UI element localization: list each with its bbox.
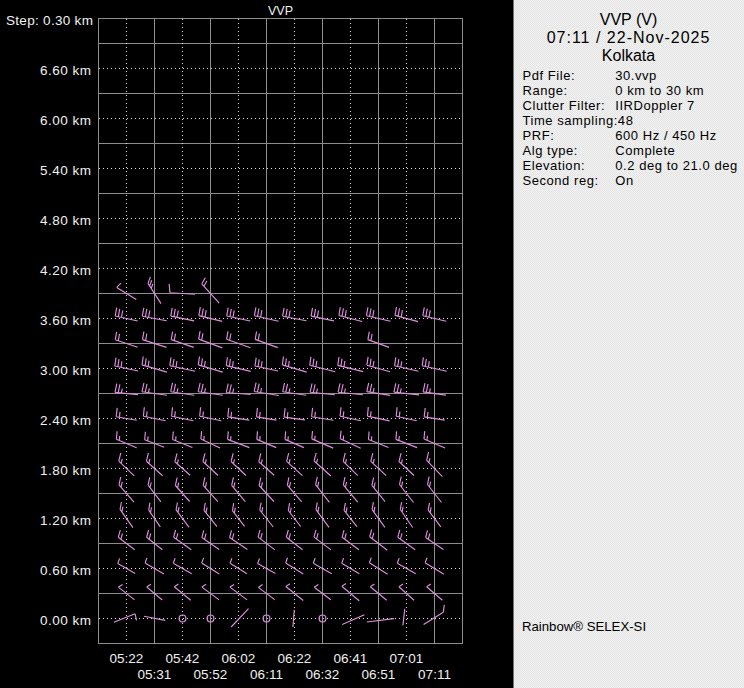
svg-text:06:11: 06:11 xyxy=(250,667,283,682)
svg-text:07:11 / 22-Nov-2025: 07:11 / 22-Nov-2025 xyxy=(547,29,711,46)
svg-text:05:31: 05:31 xyxy=(138,667,172,682)
svg-text:06:02: 06:02 xyxy=(222,651,256,666)
svg-text:VVP: VVP xyxy=(268,4,293,18)
svg-text:Kolkata: Kolkata xyxy=(602,47,655,64)
svg-text:06:41: 06:41 xyxy=(334,651,368,666)
svg-text:05:52: 05:52 xyxy=(194,667,228,682)
svg-text:05:22: 05:22 xyxy=(110,651,144,666)
svg-text:06:22: 06:22 xyxy=(278,651,312,666)
svg-text:PRF:: PRF: xyxy=(523,128,555,143)
svg-text:07:11: 07:11 xyxy=(418,667,451,682)
svg-text:05:42: 05:42 xyxy=(166,651,200,666)
svg-text:Clutter Filter:: Clutter Filter: xyxy=(523,98,606,113)
svg-text:0.00 km: 0.00 km xyxy=(40,613,92,628)
svg-text:07:01: 07:01 xyxy=(390,651,424,666)
svg-text:Step: 0.30 km: Step: 0.30 km xyxy=(6,13,93,28)
svg-text:0 km to 30 km: 0 km to 30 km xyxy=(615,83,704,98)
svg-text:6.00 km: 6.00 km xyxy=(40,113,92,128)
svg-text:06:32: 06:32 xyxy=(306,667,340,682)
svg-text:Second reg:: Second reg: xyxy=(523,173,599,188)
svg-text:Time sampling:48: Time sampling:48 xyxy=(523,113,634,128)
svg-text:0.60 km: 0.60 km xyxy=(40,563,92,578)
svg-text:4.80 km: 4.80 km xyxy=(40,213,92,228)
svg-text:0.2 deg to 21.0 deg: 0.2 deg to 21.0 deg xyxy=(615,158,738,173)
svg-text:06:51: 06:51 xyxy=(362,667,396,682)
svg-text:5.40 km: 5.40 km xyxy=(40,163,92,178)
svg-text:On: On xyxy=(615,173,633,188)
svg-text:IIRDoppler 7: IIRDoppler 7 xyxy=(615,98,695,113)
svg-text:2.40 km: 2.40 km xyxy=(40,413,92,428)
svg-text:Alg type:: Alg type: xyxy=(523,143,579,158)
svg-text:4.20 km: 4.20 km xyxy=(40,263,92,278)
svg-text:Elevation:: Elevation: xyxy=(523,158,586,173)
svg-text:Rainbow® SELEX-SI: Rainbow® SELEX-SI xyxy=(522,619,646,634)
svg-text:30.vvp: 30.vvp xyxy=(615,68,657,83)
svg-text:3.00 km: 3.00 km xyxy=(40,363,92,378)
svg-text:6.60 km: 6.60 km xyxy=(40,63,92,78)
svg-text:Range:: Range: xyxy=(523,83,568,98)
svg-text:1.80 km: 1.80 km xyxy=(40,463,92,478)
svg-text:VVP (V): VVP (V) xyxy=(600,11,658,28)
svg-text:1.20 km: 1.20 km xyxy=(40,513,92,528)
svg-text:3.60 km: 3.60 km xyxy=(40,313,92,328)
svg-text:Pdf File:: Pdf File: xyxy=(523,68,576,83)
svg-text:600 Hz / 450 Hz: 600 Hz / 450 Hz xyxy=(615,128,716,143)
svg-text:Complete: Complete xyxy=(615,143,675,158)
